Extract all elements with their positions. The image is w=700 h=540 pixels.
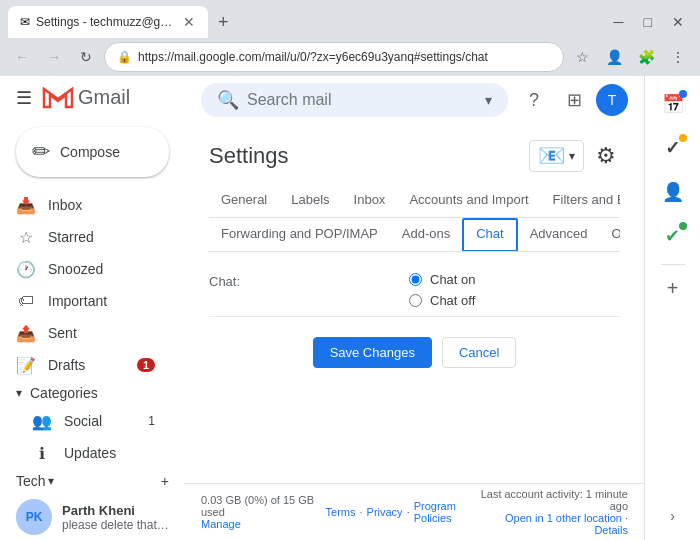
extension-button[interactable]: 🧩: [632, 43, 660, 71]
starred-label: Starred: [48, 229, 155, 245]
tab-offline[interactable]: Offline: [600, 218, 620, 251]
chat-off-radio[interactable]: [409, 294, 422, 307]
snoozed-label: Snoozed: [48, 261, 155, 277]
search-bar[interactable]: 🔍 ▾: [201, 83, 508, 117]
chat-off-option[interactable]: Chat off: [409, 293, 620, 308]
snoozed-icon: 🕐: [16, 260, 36, 279]
settings-container: Settings 📧 ▾ ⚙ General Labels Inbox Acco…: [185, 124, 644, 483]
forward-button[interactable]: →: [40, 43, 68, 71]
reload-button[interactable]: ↻: [72, 43, 100, 71]
sidebar-item-starred[interactable]: ☆ Starred: [0, 221, 171, 253]
sent-label: Sent: [48, 325, 155, 341]
chat-on-radio[interactable]: [409, 273, 422, 286]
tech-label: Tech: [16, 473, 46, 489]
tab-inbox[interactable]: Inbox: [342, 184, 398, 217]
app-footer: 0.03 GB (0%) of 15 GB used Manage Terms …: [185, 483, 644, 540]
drafts-icon: 📝: [16, 356, 36, 375]
hamburger-menu-icon[interactable]: ☰: [16, 87, 32, 109]
tab-addons[interactable]: Add-ons: [390, 218, 462, 251]
back-button[interactable]: ←: [8, 43, 36, 71]
calendar-badge: [679, 90, 687, 98]
settings-tabs-row2: Forwarding and POP/IMAP Add-ons Chat Adv…: [209, 218, 620, 252]
categories-header[interactable]: ▾ Categories: [0, 381, 185, 405]
maximize-button[interactable]: □: [636, 12, 660, 32]
new-tab-button[interactable]: +: [212, 10, 235, 35]
header-actions: ? ⊞ T: [516, 82, 628, 118]
chat-settings-row: Chat: Chat on Chat off: [209, 264, 620, 317]
tab-labels[interactable]: Labels: [279, 184, 341, 217]
open-in-text: Open in 1 other location · Details: [478, 512, 628, 536]
search-input[interactable]: [247, 91, 477, 109]
tech-add-icon[interactable]: +: [161, 473, 169, 489]
right-sidebar-collapse-icon[interactable]: ›: [670, 500, 675, 532]
starred-icon: ☆: [16, 228, 36, 247]
tech-chevron-icon: ▾: [48, 474, 54, 488]
compose-icon: ✏: [32, 139, 50, 165]
profile-button[interactable]: 👤: [600, 43, 628, 71]
right-sidebar-contacts-icon[interactable]: 👤: [653, 172, 693, 212]
terms-link[interactable]: Terms: [326, 506, 356, 518]
nav-section: 📥 Inbox ☆ Starred 🕐 Snoozed 🏷 Important …: [0, 189, 185, 493]
sidebar-item-sent[interactable]: 📤 Sent: [0, 317, 171, 349]
sidebar-item-inbox[interactable]: 📥 Inbox: [0, 189, 171, 221]
right-sidebar-tasks-icon[interactable]: ✓: [653, 128, 693, 168]
cancel-button[interactable]: Cancel: [442, 337, 516, 368]
check-badge: [679, 222, 687, 230]
gmail-logo: Gmail: [42, 86, 130, 109]
sidebar-item-drafts[interactable]: 📝 Drafts 1: [0, 349, 171, 381]
search-dropdown-icon[interactable]: ▾: [485, 92, 492, 108]
sidebar-item-social[interactable]: 👥 Social 1: [0, 405, 171, 437]
app-container: ☰ Gmail ✏ Compose 📥 Inbox ☆ Starred: [0, 76, 700, 540]
sidebar-item-snoozed[interactable]: 🕐 Snoozed: [0, 253, 171, 285]
tab-close-button[interactable]: ✕: [182, 14, 196, 30]
social-label: Social: [64, 413, 102, 429]
tab-advanced[interactable]: Advanced: [518, 218, 600, 251]
right-sidebar-add-button[interactable]: +: [667, 277, 679, 300]
bookmark-button[interactable]: ☆: [568, 43, 596, 71]
chat-on-option[interactable]: Chat on: [409, 272, 620, 287]
save-changes-button[interactable]: Save Changes: [313, 337, 432, 368]
sent-icon: 📤: [16, 324, 36, 343]
chat-off-label: Chat off: [430, 293, 475, 308]
main-content: 🔍 ▾ ? ⊞ T Settings 📧 ▾ ⚙: [185, 76, 644, 540]
right-sidebar-calendar-icon[interactable]: 📅: [653, 84, 693, 124]
tab-accounts[interactable]: Accounts and Import: [397, 184, 540, 217]
inbox-type-button[interactable]: 📧 ▾: [529, 140, 584, 172]
settings-gear-icon[interactable]: ⚙: [592, 142, 620, 170]
chat-info: Parth Kheni please delete that last mess…: [62, 503, 169, 532]
active-tab[interactable]: ✉ Settings - techmuzz@gmail.com ✕: [8, 6, 208, 38]
sidebar-item-updates[interactable]: ℹ Updates: [0, 437, 171, 469]
right-sidebar-check-icon[interactable]: ✔: [653, 216, 693, 256]
browser-actions: ☆ 👤 🧩 ⋮: [568, 43, 692, 71]
chat-row-label: Chat:: [209, 272, 409, 289]
address-bar[interactable]: 🔒 https://mail.google.com/mail/u/0/?zx=y…: [104, 42, 564, 72]
account-avatar[interactable]: T: [596, 84, 628, 116]
apps-button[interactable]: ⊞: [556, 82, 592, 118]
minimize-button[interactable]: ─: [606, 12, 632, 32]
chat-item-parth[interactable]: PK Parth Kheni please delete that last m…: [0, 493, 185, 540]
privacy-link[interactable]: Privacy: [367, 506, 403, 518]
tab-chat[interactable]: Chat: [462, 218, 517, 252]
tab-forwarding[interactable]: Forwarding and POP/IMAP: [209, 218, 390, 251]
tab-bar: ✉ Settings - techmuzz@gmail.com ✕ + ─ □ …: [0, 0, 700, 38]
gmail-header: 🔍 ▾ ? ⊞ T: [185, 76, 644, 124]
program-policies-link[interactable]: Program Policies: [414, 500, 478, 524]
manage-link[interactable]: Manage: [201, 518, 241, 530]
help-button[interactable]: ?: [516, 82, 552, 118]
chat-on-label: Chat on: [430, 272, 476, 287]
compose-button[interactable]: ✏ Compose: [16, 127, 169, 177]
categories-label: Categories: [30, 385, 98, 401]
tab-general[interactable]: General: [209, 184, 279, 217]
tech-section[interactable]: Tech ▾ +: [0, 469, 185, 493]
avatar-initials: PK: [26, 510, 43, 524]
compose-label: Compose: [60, 144, 120, 160]
window-close-button[interactable]: ✕: [664, 12, 692, 32]
settings-toolbar: 📧 ▾ ⚙: [529, 140, 620, 172]
details-link[interactable]: Details: [594, 524, 628, 536]
settings-title: Settings 📧 ▾ ⚙: [209, 140, 620, 172]
search-icon: 🔍: [217, 89, 239, 111]
tab-filters[interactable]: Filters and Blocked Addresses: [541, 184, 620, 217]
menu-button[interactable]: ⋮: [664, 43, 692, 71]
open-in-link[interactable]: Open in 1 other location: [505, 512, 622, 524]
sidebar-item-important[interactable]: 🏷 Important: [0, 285, 171, 317]
